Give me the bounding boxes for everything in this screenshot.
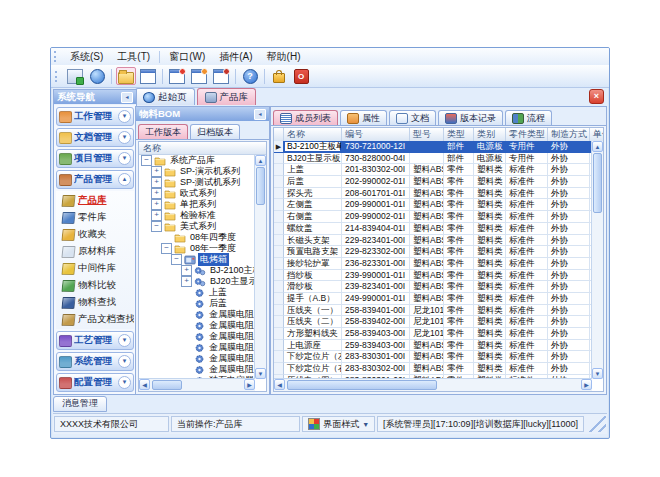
scroll-left-icon[interactable]: ◀ <box>139 379 150 390</box>
close-window-button[interactable] <box>211 67 231 85</box>
chevron-up-icon[interactable]: ▴ <box>118 173 131 186</box>
sidebar-item-原材料库[interactable]: 原材料库 <box>56 243 134 260</box>
lock-button[interactable] <box>269 67 289 85</box>
table-row[interactable]: 螺纹盖214-839404-01I塑料ABS零件塑料类标准件外协条 <box>274 223 592 235</box>
menu-item-4[interactable]: 插件(A) <box>212 49 259 65</box>
chevron-down-icon[interactable]: ▾ <box>118 376 131 389</box>
column-header-类别[interactable]: 类别 <box>474 128 506 141</box>
scroll-right-icon[interactable]: ▶ <box>581 379 592 390</box>
chevron-down-icon[interactable]: ▾ <box>118 334 131 347</box>
sidebar-item-产品库[interactable]: 产品库 <box>56 192 134 209</box>
tree-column-header[interactable]: 名称 <box>139 142 266 155</box>
version-tab-2[interactable]: 归档版本 <box>190 124 240 139</box>
table-row[interactable]: 挡纱板239-990001-01I塑料ABS零件塑料类标准件外协条 <box>274 270 592 282</box>
tree-hscroll-thumb[interactable] <box>152 380 182 390</box>
table-row[interactable]: 下纱定位片（左）283-830301-00I塑料ABS零件塑料类标准件外协条 <box>274 351 592 363</box>
collapse-icon[interactable]: − <box>151 221 162 232</box>
expand-icon[interactable]: + <box>151 188 162 199</box>
table-row[interactable]: 左侧盖209-990001-01I塑料ABS零件塑料类标准件外协条 <box>274 199 592 211</box>
column-header-制造方式[interactable]: 制造方式 <box>548 128 590 141</box>
table-row[interactable]: ▶BJ-2100主板单点730-721000-12I部件电源板专用件外协颗 <box>274 141 592 153</box>
chevron-down-icon[interactable]: ▾ <box>118 131 131 144</box>
detail-tab-3[interactable]: 文档 <box>389 110 436 125</box>
scroll-right-icon[interactable]: ▶ <box>244 379 255 390</box>
chevron-down-icon[interactable]: ▾ <box>118 110 131 123</box>
document-tab-2[interactable]: 产品库 <box>197 88 257 105</box>
chevron-down-icon[interactable]: ▾ <box>118 152 131 165</box>
nav-group-2[interactable]: 文档管理▾ <box>56 128 134 147</box>
collapse-panel-icon[interactable]: ◂ <box>121 92 133 103</box>
expand-icon[interactable]: + <box>151 210 162 221</box>
nav-group-6[interactable]: 系统管理▾ <box>56 352 134 371</box>
column-header-编号[interactable]: 编号 <box>342 128 410 141</box>
expand-icon[interactable]: + <box>181 265 192 276</box>
table-row[interactable]: 压线夹（一）258-839401-00I尼龙1010零件塑料类标准件外协条 <box>274 305 592 317</box>
nav-group-3[interactable]: 项目管理▾ <box>56 149 134 168</box>
web-button[interactable] <box>87 67 107 85</box>
workspace-button[interactable] <box>65 67 85 85</box>
column-header-零件类型[interactable]: 零件类型 <box>506 128 548 141</box>
tree-horizontal-scrollbar[interactable]: ◀ ▶ <box>139 378 255 391</box>
detail-tab-5[interactable]: 流程 <box>505 110 552 125</box>
scroll-left-icon[interactable]: ◀ <box>274 379 285 390</box>
table-row[interactable]: 压线夹（二）258-839402-00I尼龙1010零件塑料类标准件外协条 <box>274 316 592 328</box>
menu-item-3[interactable]: 窗口(W) <box>162 49 212 65</box>
sidebar-item-中间件库[interactable]: 中间件库 <box>56 260 134 277</box>
table-row[interactable]: 提手（A.B）249-990001-01I塑料ABS零件塑料类标准件外协条 <box>274 293 592 305</box>
menu-item-5[interactable]: 帮助(H) <box>260 49 308 65</box>
scroll-up-icon[interactable]: ▲ <box>255 155 266 166</box>
column-header-名称[interactable]: 名称 <box>284 128 342 141</box>
collapse-bom-icon[interactable]: ◂ <box>254 109 266 120</box>
table-row[interactable]: 探头壳208-601701-01I塑料ABS零件塑料类标准件外协条 <box>274 188 592 200</box>
scroll-down-icon[interactable]: ▼ <box>255 368 266 379</box>
column-header-型号[interactable]: 型号 <box>410 128 444 141</box>
collapse-icon[interactable]: − <box>161 243 172 254</box>
tree-node-BJ20主显示板[interactable]: +BJ20主显示板 <box>139 276 255 287</box>
window-layout-button[interactable] <box>138 67 158 85</box>
nav-group-5[interactable]: 工艺管理▾ <box>56 331 134 350</box>
toolbar-grip[interactable] <box>55 71 60 82</box>
grid-vscroll-thumb[interactable] <box>593 153 602 213</box>
nav-group-1[interactable]: 工作管理▾ <box>56 107 134 126</box>
sidebar-item-物料比较[interactable]: 物料比较 <box>56 277 134 294</box>
sidebar-item-物料查找[interactable]: 物料查找 <box>56 294 134 311</box>
table-row[interactable]: 上电源座259-839403-00I塑料ABS零件塑料类标准件外协条 <box>274 340 592 352</box>
arrange-window-button[interactable] <box>189 67 209 85</box>
tree-node-上盖[interactable]: 上盖 <box>139 287 255 298</box>
table-row[interactable]: 接纱轮护罩236-823301-00I塑料ABS零件塑料类标准件外协条 <box>274 258 592 270</box>
column-header-单位[interactable]: 单位 <box>590 128 604 141</box>
detail-tab-2[interactable]: 属性 <box>340 110 387 125</box>
expand-icon[interactable]: + <box>151 177 162 188</box>
grid-vertical-scrollbar[interactable]: ▲ ▼ <box>591 141 603 379</box>
expand-icon[interactable]: + <box>151 199 162 210</box>
open-library-button[interactable] <box>116 67 136 85</box>
expand-icon[interactable]: + <box>181 276 192 287</box>
table-row[interactable]: 预置电路支架229-823302-00I塑料ABS零件塑料类标准件外协条 <box>274 246 592 258</box>
tree-vscroll-thumb[interactable] <box>256 167 265 205</box>
chevron-down-icon[interactable]: ▾ <box>118 355 131 368</box>
menubar-grip[interactable] <box>54 51 59 62</box>
menu-item-2[interactable]: 工具(T) <box>110 49 157 65</box>
detail-tab-1[interactable]: 成员列表 <box>273 110 338 125</box>
document-tab-1[interactable]: 起始页 <box>135 88 195 105</box>
exit-button[interactable]: O <box>291 67 311 85</box>
sidebar-item-收藏夹[interactable]: 收藏夹 <box>56 226 134 243</box>
sidebar-item-产品文档查找[interactable]: 产品文档查找 <box>56 311 134 328</box>
new-window-button[interactable] <box>167 67 187 85</box>
help-button[interactable]: ? <box>240 67 260 85</box>
tree-vertical-scrollbar[interactable]: ▲ ▼ <box>254 155 266 379</box>
message-panel-tab[interactable]: 消息管理 <box>53 396 107 412</box>
nav-group-4[interactable]: 产品管理▴ <box>56 170 134 189</box>
scroll-up-icon[interactable]: ▲ <box>592 141 603 152</box>
sidebar-item-零件库[interactable]: 零件库 <box>56 209 134 226</box>
table-row[interactable]: 右侧盖209-990002-01I塑料ABS零件塑料类标准件外协条 <box>274 211 592 223</box>
grid-hscroll-thumb[interactable] <box>287 380 437 390</box>
column-header-类型[interactable]: 类型 <box>444 128 474 141</box>
detail-tab-4[interactable]: 版本记录 <box>438 110 503 125</box>
table-row[interactable]: 上盖201-830302-00I塑料ABS零件塑料类标准件外协条 <box>274 164 592 176</box>
grid-horizontal-scrollbar[interactable]: ◀ ▶ <box>274 378 592 391</box>
nav-group-7[interactable]: 配置管理▾ <box>56 373 134 392</box>
expand-icon[interactable]: + <box>151 166 162 177</box>
version-tab-1[interactable]: 工作版本 <box>138 124 188 139</box>
ui-style-selector[interactable]: 界面样式 ▼ <box>302 416 375 432</box>
